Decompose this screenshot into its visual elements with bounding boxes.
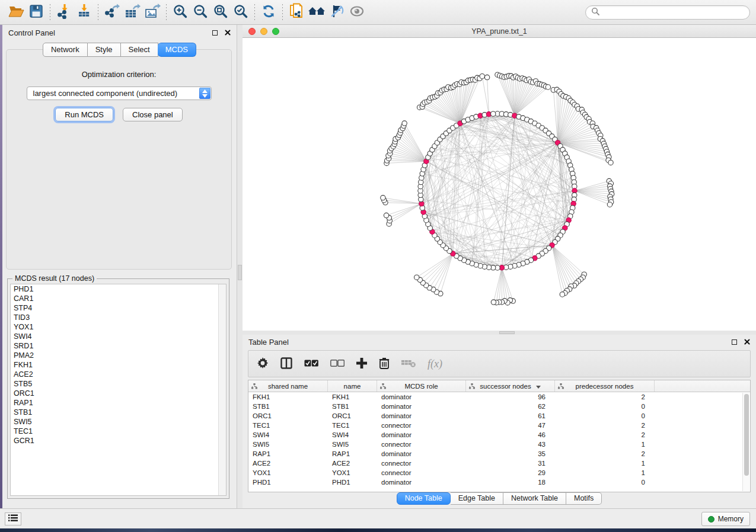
optimization-criterion-select[interactable]: largest connected component (undirected) [27, 86, 212, 100]
float-panel-icon[interactable] [732, 339, 737, 345]
mcds-result-item[interactable]: PMA2 [11, 351, 226, 360]
table-cell[interactable]: dominator [377, 431, 466, 438]
table-cell[interactable]: RAP1 [328, 450, 377, 457]
table-cell[interactable]: 18 [466, 479, 555, 486]
table-cell[interactable]: FKH1 [328, 393, 377, 400]
table-cell[interactable]: 35 [466, 450, 555, 457]
divider-handle[interactable] [499, 331, 515, 334]
table-cell[interactable]: ACE2 [328, 460, 377, 467]
table-cell[interactable]: 29 [466, 469, 555, 476]
tab-network-table[interactable]: Network Table [503, 492, 566, 505]
export-table-button[interactable] [122, 2, 142, 23]
open-file-button[interactable] [6, 2, 26, 23]
import-table-button[interactable] [74, 2, 94, 23]
column-header-predecessor-nodes[interactable]: predecessor nodes [555, 380, 655, 392]
run-mcds-button[interactable]: Run MCDS [55, 108, 113, 121]
mcds-result-list[interactable]: PHD1CAR1STP4TID3YOX1SWI4SRD1PMA2FKH1ACE2… [10, 284, 227, 496]
horizontal-split-divider[interactable] [243, 331, 756, 335]
network-node[interactable] [608, 160, 613, 165]
scrollbar-thumb[interactable] [744, 394, 749, 476]
table-cell[interactable]: dominator [377, 412, 466, 419]
table-row[interactable]: TEC1TEC1connector472 [248, 421, 750, 430]
mcds-result-item[interactable]: SRD1 [11, 341, 226, 351]
search-input[interactable] [599, 8, 744, 17]
table-cell[interactable]: ORC1 [328, 412, 377, 419]
table-cell[interactable]: 47 [466, 422, 555, 429]
table-cell[interactable]: connector [377, 460, 466, 467]
table-row[interactable]: SWI5SWI5connector431 [248, 440, 750, 449]
table-cell[interactable]: YOX1 [328, 469, 377, 476]
close-panel-button[interactable]: Close panel [123, 108, 183, 121]
mcds-result-item[interactable]: STB5 [11, 379, 226, 389]
mcds-result-item[interactable]: STB1 [11, 408, 226, 417]
table-row[interactable]: SWI4SWI4dominator462 [248, 430, 750, 440]
table-cell[interactable]: 2 [555, 422, 655, 429]
table-cell[interactable]: dominator [377, 479, 466, 486]
tab-style[interactable]: Style [88, 43, 121, 57]
float-panel-icon[interactable] [212, 30, 218, 36]
tab-network[interactable]: Network [43, 43, 88, 57]
table-cell[interactable]: dominator [377, 403, 466, 410]
memory-button[interactable]: Memory [701, 512, 750, 526]
import-network-button[interactable] [54, 2, 74, 23]
table-cell[interactable]: FKH1 [248, 393, 328, 400]
network-node[interactable] [480, 74, 484, 79]
mcds-result-item[interactable]: STP4 [11, 303, 226, 313]
table-cell[interactable]: YOX1 [248, 469, 328, 476]
network-node[interactable] [491, 111, 496, 116]
column-header-name[interactable]: name [328, 380, 377, 392]
column-header-successor-nodes[interactable]: successor nodes [466, 380, 555, 392]
table-cell[interactable]: 0 [555, 412, 655, 419]
mcds-result-item[interactable]: SWI4 [11, 332, 226, 341]
table-cell[interactable]: dominator [377, 450, 466, 457]
network-node[interactable] [414, 275, 419, 280]
table-cell[interactable]: 2 [555, 393, 655, 400]
mcds-result-item[interactable]: FKH1 [11, 360, 226, 370]
table-cell[interactable]: dominator [377, 393, 466, 400]
table-cell[interactable]: 61 [466, 412, 555, 419]
table-cell[interactable]: ORC1 [248, 412, 328, 419]
table-cell[interactable]: 31 [466, 460, 555, 467]
save-session-button[interactable] [26, 2, 46, 23]
zoom-selected-button[interactable] [231, 2, 251, 23]
mcds-result-item[interactable]: SWI5 [11, 417, 226, 427]
table-cell[interactable]: 2 [555, 450, 655, 457]
table-cell[interactable]: connector [377, 441, 466, 448]
table-cell[interactable]: connector [377, 469, 466, 476]
select-all-button[interactable] [304, 355, 318, 373]
table-cell[interactable]: 62 [466, 403, 555, 410]
table-row[interactable]: ORC1ORC1dominator610 [248, 411, 750, 421]
task-history-button[interactable] [5, 512, 21, 525]
table-cell[interactable]: RAP1 [248, 450, 328, 457]
tab-select[interactable]: Select [121, 43, 158, 57]
table-cell[interactable]: SWI5 [248, 441, 328, 448]
table-cell[interactable]: connector [377, 422, 466, 429]
column-header-shared-name[interactable]: shared name [248, 380, 328, 392]
table-cell[interactable]: 96 [466, 393, 555, 400]
tab-mcds[interactable]: MCDS [158, 43, 196, 57]
table-cell[interactable]: SWI4 [328, 431, 377, 438]
zoom-out-button[interactable] [190, 2, 210, 23]
mcds-result-item[interactable]: GCR1 [11, 436, 226, 446]
table-row[interactable]: YOX1YOX1connector291 [248, 468, 750, 477]
close-panel-icon[interactable] [744, 339, 750, 345]
mcds-result-item[interactable]: ACE2 [11, 370, 226, 379]
add-column-button[interactable] [356, 355, 367, 373]
table-row[interactable]: PHD1PHD1dominator180 [248, 477, 750, 487]
table-cell[interactable]: 1 [555, 460, 655, 467]
table-row[interactable]: FKH1FKH1dominator962 [248, 392, 750, 402]
network-view[interactable] [243, 38, 756, 331]
tab-edge-table[interactable]: Edge Table [451, 492, 503, 505]
table-cell[interactable]: PHD1 [328, 479, 377, 486]
zoom-fit-button[interactable] [210, 2, 231, 23]
table-cell[interactable]: PHD1 [248, 479, 328, 486]
table-cell[interactable]: 0 [555, 479, 655, 486]
mcds-result-item[interactable]: CAR1 [11, 294, 226, 303]
mcds-result-item[interactable]: TEC1 [11, 427, 226, 436]
table-cell[interactable]: 1 [555, 469, 655, 476]
network-node[interactable] [607, 202, 612, 207]
tab-motifs[interactable]: Motifs [566, 492, 602, 505]
table-cell[interactable]: 0 [555, 403, 655, 410]
delete-column-button[interactable] [379, 355, 390, 373]
table-cell[interactable]: 46 [466, 431, 555, 438]
